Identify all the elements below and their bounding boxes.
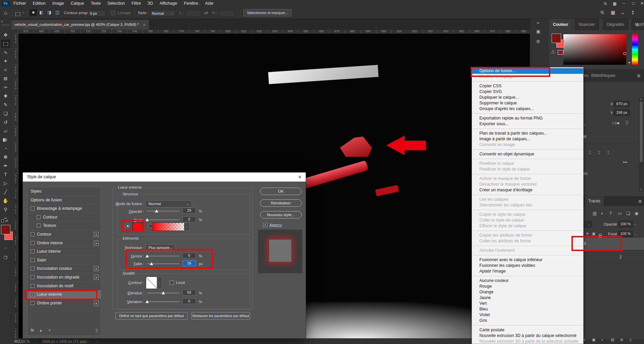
style-item-ombre-port-e[interactable]: Ombre portée+: [28, 299, 101, 308]
pencil-tool[interactable]: ✎: [1, 101, 10, 109]
chevron-down-icon[interactable]: ⌄: [22, 10, 25, 14]
context-menu-item-nouvelle-extrusion-3d-partir-du-calque-s-lectionn[interactable]: Nouvelle extrusion 3D à partir du calque…: [472, 333, 583, 339]
style-item-biseautage-estampage[interactable]: Biseautage & estampage: [28, 204, 101, 213]
frame-tool[interactable]: ⊠: [1, 75, 10, 83]
style-checkbox[interactable]: [31, 258, 35, 262]
y-field[interactable]: 298 px: [614, 109, 630, 116]
hue-marker[interactable]: ►: [628, 61, 631, 64]
context-menu-item-convertir-en-objet-dynamique[interactable]: Convertir en objet dynamique: [472, 151, 583, 157]
context-menu-item-copier-svg[interactable]: Copier SVG: [472, 89, 583, 95]
select-and-mask-button[interactable]: Sélectionner et masquer...: [243, 9, 292, 16]
opacity-value[interactable]: 29: [182, 208, 196, 213]
pen-tool[interactable]: ✒: [1, 162, 10, 170]
context-menu-item-aplatir-l-image[interactable]: Aplatir l'image: [472, 268, 583, 274]
style-checkbox[interactable]: [31, 249, 35, 253]
context-menu-item-image-partir-de-calques[interactable]: Image à partir de calques...: [472, 136, 583, 142]
blend-mode-fragment[interactable]: ⌄: [583, 221, 592, 228]
style-checkbox[interactable]: [31, 266, 35, 271]
antialias-checkbox[interactable]: [111, 11, 115, 15]
tab-dégradés[interactable]: Dégradés: [603, 19, 629, 30]
active-tool-icon[interactable]: [15, 11, 20, 17]
style-checkbox[interactable]: [31, 275, 35, 279]
context-menu-item-jaune[interactable]: Jaune: [472, 295, 583, 301]
context-menu-item-rouge[interactable]: Rouge: [472, 284, 583, 289]
menu-calque[interactable]: Calque: [68, 0, 88, 7]
style-checkbox[interactable]: [31, 241, 35, 245]
eraser-tool[interactable]: ▱: [1, 127, 10, 135]
dialog-title[interactable]: Style de calque: [23, 173, 306, 182]
context-menu-item-groupe-d-apr-s-les-calques[interactable]: Groupe d'après les calques...: [472, 106, 583, 112]
crop-tool[interactable]: ⌗: [1, 66, 10, 74]
home-icon[interactable]: ⌂: [4, 10, 7, 16]
eyedropper-tool[interactable]: ✑: [1, 83, 10, 91]
glow-gradient-swatch[interactable]: [152, 223, 184, 231]
move-tool[interactable]: ✥: [1, 31, 10, 39]
context-menu-item-bleu[interactable]: Bleu: [472, 306, 583, 312]
saturation-field[interactable]: [563, 34, 626, 65]
noise-slider[interactable]: [147, 219, 179, 220]
intersect-selection-button[interactable]: ◫: [54, 9, 61, 16]
context-menu-item-dupliquer-le-calque[interactable]: Dupliquer le calque...: [472, 95, 583, 100]
rectangular-marquee-tool[interactable]: [1, 40, 10, 48]
menu-fichier[interactable]: Fichier: [10, 0, 30, 7]
style-item-contour[interactable]: Contour+: [28, 230, 101, 239]
collapse-panels-icon[interactable]: «: [537, 20, 539, 25]
context-menu-item-fusionner-les-calques-visibles[interactable]: Fusionner les calques visibles: [472, 263, 583, 268]
style-checkbox[interactable]: [37, 224, 41, 228]
context-menu-item-aucune-couleur[interactable]: Aucune couleur: [472, 278, 583, 284]
reset-button[interactable]: Réinitialiser: [260, 199, 302, 207]
delete-layer-icon[interactable]: ▯: [630, 338, 632, 342]
libraries-menu-icon[interactable]: ≣: [637, 73, 641, 78]
restore-default-button[interactable]: Restaurer les paramètres par défaut: [191, 312, 250, 320]
scrollbar[interactable]: ∧ ∨: [639, 97, 643, 191]
paths-menu-icon[interactable]: ≣: [638, 199, 642, 204]
style-checkbox[interactable]: [37, 215, 41, 219]
default-colors-icon[interactable]: [1, 219, 4, 222]
close-tab-icon[interactable]: ✕: [143, 23, 145, 27]
jitter-value[interactable]: 0: [182, 298, 196, 304]
layer-mask-icon[interactable]: ▣: [592, 338, 595, 342]
ruler-origin[interactable]: [14, 30, 18, 34]
style-item-options-de-fusion[interactable]: Options de fusion: [28, 196, 101, 205]
gradient-picker-chevron[interactable]: ⌄: [184, 223, 190, 231]
healing-brush-tool[interactable]: ✚: [1, 92, 10, 100]
context-menu-item-orange[interactable]: Orange: [472, 289, 583, 295]
filter-smart-object-icon[interactable]: ❏: [626, 211, 630, 216]
path-selection-tool[interactable]: ▷: [1, 179, 10, 187]
hand-tool[interactable]: ✋: [1, 197, 10, 205]
vertical-ruler[interactable]: 2 3 02 4 02 5 02 6 02 7 02 8 02 9 03 0 0…: [14, 34, 18, 339]
workspace-icon[interactable]: ▦: [613, 1, 616, 6]
flip-horizontal-icon[interactable]: ▷|◀: [612, 121, 619, 125]
menu-sélection[interactable]: Sélection: [104, 0, 128, 7]
swap-dimensions-icon[interactable]: ⇄: [204, 10, 208, 15]
hue-strip[interactable]: [632, 34, 638, 65]
maximize-button[interactable]: □: [632, 1, 635, 6]
opacity-slider[interactable]: [147, 211, 179, 211]
context-menu-item-cr-er-un-masque-d-cr-tage[interactable]: Créer un masque d'écrêtage: [472, 187, 583, 193]
noise-value[interactable]: 0: [182, 216, 196, 222]
layer-group-icon[interactable]: ▤: [611, 338, 614, 342]
context-menu-item-exporter-sous[interactable]: Exporter sous...: [472, 121, 583, 127]
add-effect-icon[interactable]: +: [94, 266, 99, 271]
style-checkbox[interactable]: [31, 284, 35, 288]
clone-stamp-tool[interactable]: ❏: [1, 109, 10, 117]
add-effect-icon[interactable]: +: [94, 301, 99, 306]
feather-input[interactable]: 0 px: [88, 10, 105, 16]
workspace-switcher-icon[interactable]: ▦: [611, 10, 615, 15]
status-prev-icon[interactable]: ‹: [97, 339, 98, 343]
style-item-incrustation-couleur[interactable]: Incrustation couleur+: [28, 264, 101, 273]
line-tool[interactable]: ╱: [1, 188, 10, 196]
height-input[interactable]: [219, 10, 234, 16]
quick-mask-icon[interactable]: ◌: [1, 244, 10, 252]
adjustment-layer-icon[interactable]: ◐: [601, 338, 604, 342]
opacity-chevron[interactable]: ⌄: [634, 222, 637, 226]
menu-texte[interactable]: Texte: [87, 0, 104, 7]
ok-button[interactable]: OK: [260, 188, 302, 195]
menu-fenêtre[interactable]: Fenêtre: [180, 0, 202, 7]
chevron-down-icon[interactable]: ⌄: [621, 10, 625, 15]
contour-chevron[interactable]: ⌄: [157, 277, 162, 289]
menu-edition[interactable]: Edition: [30, 0, 49, 7]
close-button[interactable]: ✕: [640, 1, 644, 6]
style-checkbox[interactable]: [31, 232, 35, 236]
context-menu-item-exportation-rapide-au-format-png[interactable]: Exportation rapide au format PNG: [472, 115, 583, 121]
